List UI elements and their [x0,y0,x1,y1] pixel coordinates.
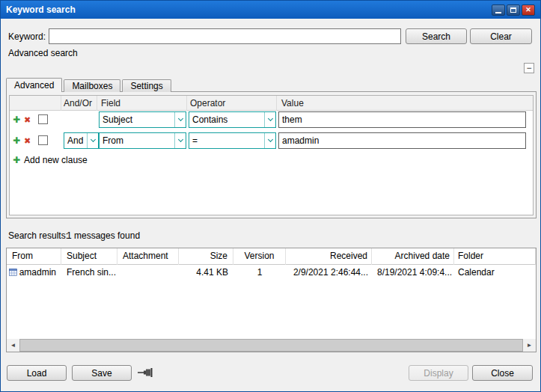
window-controls: ✕ [492,4,535,16]
result-version: 1 [233,265,286,280]
result-folder: Calendar [454,265,536,280]
result-size: 4.41 KB [179,265,233,280]
result-received: 2/9/2021 2:46:44... [286,265,372,280]
clause-value-input[interactable] [278,111,526,128]
chevron-down-icon [264,133,275,148]
clause-row: ✚ ✖ And From = [10,132,533,150]
advanced-search-header: Advanced search [8,48,78,58]
chevron-down-icon [87,133,98,148]
scroll-right-icon[interactable]: ► [523,339,536,352]
chevron-down-icon [174,112,186,127]
field-combo[interactable]: From [99,132,186,149]
maximize-icon [510,7,516,13]
column-header-attachment[interactable]: Attachment [117,248,179,265]
delete-clause-icon[interactable]: ✖ [24,135,31,147]
result-from: amadmin [19,265,56,280]
maximize-button[interactable] [507,4,520,16]
tab-mailboxes[interactable]: Mailboxes [64,79,120,92]
tab-settings[interactable]: Settings [122,79,171,92]
column-divider [186,96,187,111]
delete-clause-icon[interactable]: ✖ [24,114,31,126]
load-button[interactable]: Load [7,365,67,381]
column-divider [276,96,277,111]
column-header-size[interactable]: Size [179,248,233,265]
keyword-input[interactable] [49,28,401,44]
display-button[interactable]: Display [409,365,468,381]
andor-combo[interactable]: And [64,132,99,149]
result-archived-date: 8/19/2021 4:09:4... [372,265,454,280]
operator-combo[interactable]: Contains [189,111,276,128]
column-divider [97,96,97,111]
clause-checkbox[interactable] [38,114,48,124]
field-combo-value: From [103,135,174,146]
clause-grid: And/Or Field Operator Value ✚ ✖ Subject … [9,95,534,215]
header-andor: And/Or [64,98,92,108]
collapse-section-button[interactable]: − [524,63,534,73]
operator-combo[interactable]: = [189,132,276,149]
minimize-button[interactable] [492,4,505,16]
results-grid: From Subject Attachment Size Version Rec… [6,248,537,352]
add-new-clause-button[interactable]: ✚ Add new clause [13,155,88,165]
results-header-row: From Subject Attachment Size Version Rec… [7,248,536,265]
minimize-icon [495,12,501,13]
clear-button[interactable]: Clear [470,28,532,44]
search-results-label: Search results: [8,230,68,241]
column-header-version[interactable]: Version [233,248,286,265]
result-attachment [117,265,179,280]
keyword-search-window: Keyword search ✕ Keyword: Search Clear A… [0,0,541,392]
close-button[interactable]: Close [472,365,533,381]
search-results-count: 1 messages found [67,230,140,241]
column-header-subject[interactable]: Subject [61,248,117,265]
add-clause-icon[interactable]: ✚ [13,135,20,147]
chevron-down-icon [174,133,186,148]
operator-combo-value: = [192,135,264,146]
save-button[interactable]: Save [72,365,132,381]
close-icon: ✕ [525,7,531,13]
horizontal-scrollbar[interactable]: ◄ ► [7,339,536,352]
result-row[interactable]: amadmin French sin... 4.41 KB 1 2/9/2021… [7,265,536,280]
add-clause-icon[interactable]: ✚ [13,114,20,126]
column-header-archived-date[interactable]: Archived date [372,248,454,265]
scrollbar-thumb[interactable] [19,339,523,352]
column-header-folder[interactable]: Folder [454,248,536,265]
tab-strip: Advanced Mailboxes Settings [6,78,173,92]
search-button[interactable]: Search [406,28,467,44]
header-field: Field [101,98,120,108]
column-header-received[interactable]: Received [286,248,372,265]
header-value: Value [281,98,304,108]
field-combo[interactable]: Subject [99,111,186,128]
window-title: Keyword search [6,4,76,15]
add-clause-icon: ✚ [13,155,20,165]
clause-checkbox[interactable] [38,135,48,145]
operator-combo-value: Contains [192,114,264,125]
result-subject: French sin... [61,265,117,280]
scroll-left-icon[interactable]: ◄ [7,339,19,352]
calendar-item-icon [9,266,17,278]
column-divider [61,96,61,111]
clause-value-input[interactable] [278,132,526,149]
tab-advanced[interactable]: Advanced [6,78,62,92]
field-combo-value: Subject [103,114,174,125]
clause-row: ✚ ✖ Subject Contains [10,111,533,129]
keyword-label: Keyword: [8,31,46,42]
result-from-cell: amadmin [7,265,61,280]
pin-icon[interactable] [138,367,153,380]
advanced-tab-panel: And/Or Field Operator Value ✚ ✖ Subject … [6,91,537,218]
titlebar[interactable]: Keyword search ✕ [1,1,540,19]
column-header-from[interactable]: From [7,248,61,265]
clause-grid-header: And/Or Field Operator Value [10,96,533,111]
header-operator: Operator [190,98,225,108]
chevron-down-icon [264,112,275,127]
andor-combo-value: And [67,135,87,146]
close-window-button[interactable]: ✕ [522,4,535,16]
add-new-clause-label: Add new clause [24,155,88,165]
collapse-minus-icon: − [526,63,531,73]
